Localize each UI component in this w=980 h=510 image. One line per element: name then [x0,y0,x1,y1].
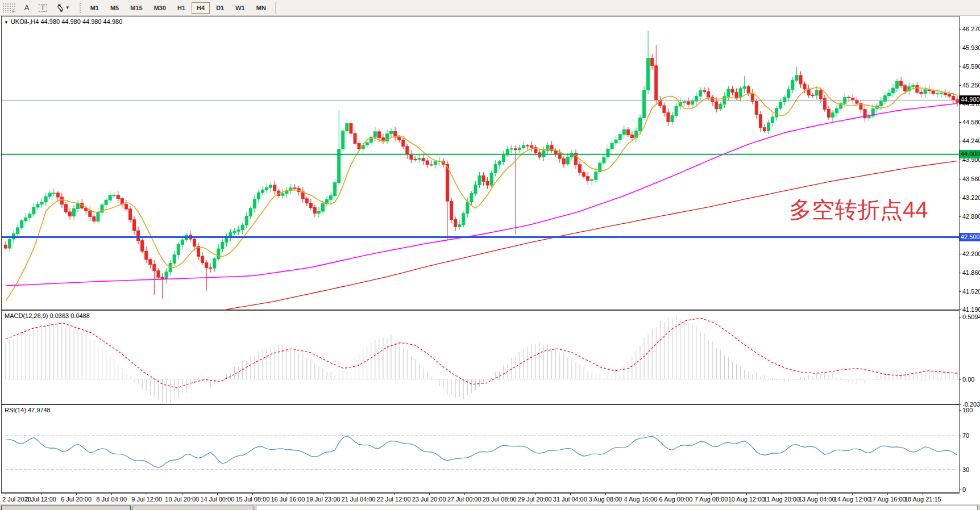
text-box-tool-button[interactable]: T [35,2,51,14]
axis-tick-mark [959,85,961,86]
rsi-indicator-panel[interactable] [1,404,960,493]
price-tick-label: 41.190 [962,306,980,313]
time-tick-mark [111,494,112,495]
price-badge-44.000: 44.000 [960,150,980,158]
date-label: 9 Jul 12:00 [131,496,162,503]
axis-tick-mark [959,141,961,141]
price-tick-label: 42.200 [962,250,980,257]
time-tick-mark [535,494,535,495]
time-tick-mark [570,494,571,495]
toolbar-separator [275,2,276,14]
time-tick-mark [782,494,782,495]
timeframe-button-m5[interactable]: M5 [105,2,124,14]
timeframe-button-mn[interactable]: MN [251,2,271,14]
date-label: 7 Aug 08:00 [695,496,728,503]
main-price-chart[interactable] [1,16,960,310]
timeframe-button-h4[interactable]: H4 [192,2,210,14]
price-tick-label: 41.520 [962,288,980,295]
chart-title: ▼UKOil-,H4 44.980 44.980 44.980 44.980 [4,18,122,25]
date-label: 19 Jul 23:00 [306,496,340,503]
date-label: 28 Jul 08:00 [483,496,517,503]
time-tick-mark [6,494,6,495]
axis-tick-mark [959,470,961,470]
chart-tab-bar [0,504,980,510]
date-label: 21 Jul 04:00 [342,496,376,503]
timeframe-button-h1[interactable]: H1 [172,2,190,14]
price-tick-label: 41.860 [962,269,980,276]
axis-tick-mark [959,379,961,380]
time-tick-mark [288,494,288,495]
macd-label: MACD(12,26,9) 0.0363 0.0488 [5,312,90,319]
time-tick-mark [217,494,218,495]
axis-tick-mark [959,310,961,310]
time-tick-mark [852,494,853,495]
axis-tick-mark [959,160,961,160]
time-tick-mark [182,494,182,495]
axis-tick-mark [959,291,961,292]
price-tick-label: 46.270 [962,26,980,32]
chart-tab-stub[interactable] [132,505,254,510]
time-tick-mark [887,494,888,495]
date-label: 22 Jul 12:00 [377,496,411,503]
time-tick-mark [746,494,747,495]
time-axis[interactable]: 2 Jul 20203 Jul 12:006 Jul 20:008 Jul 04… [1,493,960,505]
timeframe-button-m1[interactable]: M1 [85,2,104,14]
axis-tick-mark [959,198,961,198]
price-tick-label: 45.930 [962,44,980,51]
macd-tick-label: 0.00 [962,376,974,383]
arrows-tool-button[interactable]: ▼ [52,2,74,14]
timeframe-button-w1[interactable]: W1 [230,2,250,14]
time-tick-mark [41,494,41,495]
macd-indicator-panel[interactable] [1,310,960,404]
date-label: 10 Jul 20:00 [165,496,199,503]
chart-tab-stub[interactable] [1,505,131,510]
axis-tick-mark [959,29,961,30]
price-tick-label: 44.240 [962,137,980,144]
toolbar: F A T ▼ M1M5M15M30H1H4D1W1MN [0,0,980,16]
time-tick-mark [605,494,606,495]
rsi-tick-label: 70 [962,432,969,439]
toolbar-grip-f-icon[interactable]: F [2,3,16,13]
axis-tick-mark [959,273,961,273]
time-tick-mark [394,494,395,495]
time-tick-mark [923,494,923,495]
text-label-tool-button[interactable]: A [20,2,34,14]
axis-tick-mark [959,317,961,317]
date-label: 14 Jul 00:00 [200,496,234,503]
date-label: 15 Jul 08:00 [235,496,269,503]
date-label: 31 Jul 04:00 [553,496,587,503]
price-badge-42.500: 42.500 [960,233,980,241]
timeframe-button-m15[interactable]: M15 [125,2,147,14]
timeframe-button-d1[interactable]: D1 [211,2,229,14]
axis-tick-mark [959,404,961,405]
date-label: 11 Aug 20:00 [763,496,800,503]
date-label: 6 Jul 20:00 [61,496,92,503]
rsi-tick-label: 0 [962,486,966,493]
timeframe-button-m30[interactable]: M30 [149,2,171,14]
chart-tab-stub[interactable] [256,505,978,510]
time-tick-mark [147,494,147,495]
date-label: 10 Aug 12:00 [728,496,765,503]
price-tick-label: 45.250 [962,82,980,89]
time-tick-mark [676,494,676,495]
toolbar-drag-handle[interactable] [79,2,81,14]
date-label: 27 Jul 00:00 [447,496,481,503]
time-tick-mark [323,494,323,495]
date-label: 16 Jul 16:00 [271,496,305,503]
time-tick-mark [711,494,712,495]
axis-tick-mark [959,254,961,254]
time-tick-mark [429,494,430,495]
date-label: 23 Jul 20:00 [412,496,446,503]
symbol-dropdown-icon[interactable]: ▼ [4,20,9,25]
date-label: 18 Aug 21:15 [904,496,941,503]
rsi-label: RSI(14) 47.9748 [5,407,51,413]
price-annotation-text[interactable]: 多空转折点44 [789,194,928,225]
time-tick-mark [76,494,77,495]
date-label: 3 Jul 12:00 [26,496,56,503]
date-label: 17 Aug 16:00 [869,496,906,503]
date-label: 6 Aug 00:00 [659,496,693,503]
date-label: 8 Jul 04:00 [96,496,127,503]
chevron-down-icon: ▼ [65,5,70,10]
axis-tick-mark [959,122,961,123]
axis-tick-mark [959,216,961,217]
